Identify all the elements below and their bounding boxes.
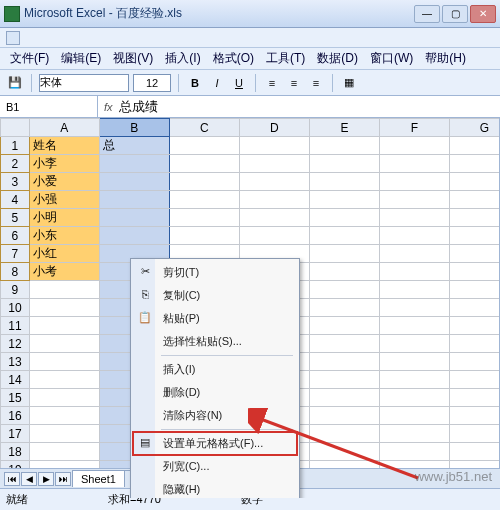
fx-icon[interactable]: fx: [104, 101, 113, 113]
cell[interactable]: 小明: [29, 209, 99, 227]
borders-icon[interactable]: ▦: [340, 74, 358, 92]
cell[interactable]: 小东: [29, 227, 99, 245]
align-right-icon[interactable]: ≡: [307, 74, 325, 92]
cell[interactable]: 总: [99, 137, 169, 155]
cell[interactable]: [449, 209, 500, 227]
menu-data[interactable]: 数据(D): [311, 47, 364, 70]
row-header[interactable]: 7: [1, 245, 30, 263]
cell[interactable]: [169, 191, 239, 209]
col-header-c[interactable]: C: [169, 119, 239, 137]
col-header-g[interactable]: G: [449, 119, 500, 137]
row-header[interactable]: 11: [1, 317, 30, 335]
ctx-format-cells[interactable]: ▤设置单元格格式(F)...: [133, 432, 297, 455]
cell[interactable]: [239, 227, 309, 245]
cell[interactable]: 小李: [29, 155, 99, 173]
italic-button[interactable]: I: [208, 74, 226, 92]
tab-nav-first[interactable]: ⏮: [4, 472, 20, 486]
ctx-paste[interactable]: 📋粘贴(P): [133, 307, 297, 330]
cell[interactable]: [169, 173, 239, 191]
align-center-icon[interactable]: ≡: [285, 74, 303, 92]
cell[interactable]: [239, 209, 309, 227]
ctx-cut[interactable]: ✂剪切(T): [133, 261, 297, 284]
cell[interactable]: [379, 407, 449, 425]
cell[interactable]: [379, 389, 449, 407]
cell[interactable]: 小红: [29, 245, 99, 263]
cell[interactable]: [99, 155, 169, 173]
menu-edit[interactable]: 编辑(E): [55, 47, 107, 70]
cell[interactable]: [309, 173, 379, 191]
system-icon[interactable]: [6, 31, 20, 45]
tab-nav-prev[interactable]: ◀: [21, 472, 37, 486]
maximize-button[interactable]: ▢: [442, 5, 468, 23]
cell[interactable]: [449, 443, 500, 461]
menu-help[interactable]: 帮助(H): [419, 47, 472, 70]
row-header[interactable]: 1: [1, 137, 30, 155]
menu-tools[interactable]: 工具(T): [260, 47, 311, 70]
cell[interactable]: [309, 191, 379, 209]
ctx-clear[interactable]: 清除内容(N): [133, 404, 297, 427]
cell[interactable]: [309, 227, 379, 245]
menu-window[interactable]: 窗口(W): [364, 47, 419, 70]
row-header[interactable]: 15: [1, 389, 30, 407]
cell[interactable]: [379, 281, 449, 299]
cell[interactable]: [99, 209, 169, 227]
cell[interactable]: [239, 173, 309, 191]
row-header[interactable]: 17: [1, 425, 30, 443]
font-name-select[interactable]: [39, 74, 129, 92]
cell[interactable]: [309, 137, 379, 155]
select-all-corner[interactable]: [1, 119, 30, 137]
formula-value[interactable]: 总成绩: [119, 98, 158, 116]
cell[interactable]: [449, 425, 500, 443]
cell[interactable]: [29, 335, 99, 353]
cell[interactable]: [379, 155, 449, 173]
cell[interactable]: [379, 227, 449, 245]
col-header-d[interactable]: D: [239, 119, 309, 137]
cell[interactable]: [309, 263, 379, 281]
cell[interactable]: [29, 443, 99, 461]
cell[interactable]: [239, 191, 309, 209]
row-header[interactable]: 2: [1, 155, 30, 173]
align-left-icon[interactable]: ≡: [263, 74, 281, 92]
row-header[interactable]: 14: [1, 371, 30, 389]
row-header[interactable]: 10: [1, 299, 30, 317]
cell[interactable]: [449, 281, 500, 299]
cell[interactable]: [169, 227, 239, 245]
cell[interactable]: [379, 425, 449, 443]
cell[interactable]: [309, 335, 379, 353]
cell[interactable]: [309, 407, 379, 425]
row-header[interactable]: 4: [1, 191, 30, 209]
cell[interactable]: [99, 191, 169, 209]
row-header[interactable]: 6: [1, 227, 30, 245]
cell[interactable]: [449, 173, 500, 191]
cell[interactable]: [99, 173, 169, 191]
cell[interactable]: [29, 317, 99, 335]
ctx-delete[interactable]: 删除(D): [133, 381, 297, 404]
ctx-col-width[interactable]: 列宽(C)...: [133, 455, 297, 478]
ctx-insert[interactable]: 插入(I): [133, 358, 297, 381]
row-header[interactable]: 16: [1, 407, 30, 425]
cell[interactable]: 小强: [29, 191, 99, 209]
row-header[interactable]: 9: [1, 281, 30, 299]
ctx-copy[interactable]: ⎘复制(C): [133, 284, 297, 307]
col-header-f[interactable]: F: [379, 119, 449, 137]
menu-format[interactable]: 格式(O): [207, 47, 260, 70]
cell[interactable]: [169, 209, 239, 227]
cell[interactable]: [309, 245, 379, 263]
cell[interactable]: [449, 299, 500, 317]
cell[interactable]: [379, 317, 449, 335]
cell[interactable]: [29, 353, 99, 371]
cell[interactable]: [309, 353, 379, 371]
row-header[interactable]: 18: [1, 443, 30, 461]
save-icon[interactable]: 💾: [6, 74, 24, 92]
cell[interactable]: [379, 299, 449, 317]
tab-nav-last[interactable]: ⏭: [55, 472, 71, 486]
cell[interactable]: [449, 137, 500, 155]
cell[interactable]: [29, 425, 99, 443]
row-header[interactable]: 3: [1, 173, 30, 191]
cell[interactable]: [309, 155, 379, 173]
cell[interactable]: [449, 407, 500, 425]
cell[interactable]: [449, 155, 500, 173]
cell[interactable]: [99, 227, 169, 245]
row-header[interactable]: 13: [1, 353, 30, 371]
cell[interactable]: [449, 263, 500, 281]
